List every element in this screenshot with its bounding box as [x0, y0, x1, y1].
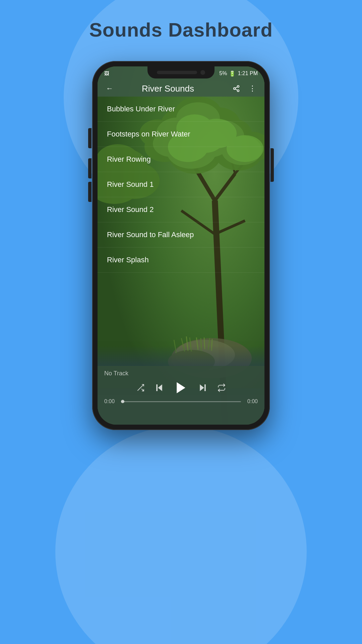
- bg-circle-bottom: [55, 426, 307, 644]
- svg-point-52: [237, 86, 239, 88]
- track-item-2[interactable]: Footsteps on River Water: [98, 122, 264, 147]
- svg-marker-59: [158, 384, 162, 391]
- page-title: Sounds Dashboard: [89, 18, 273, 41]
- track-item-6[interactable]: River Sound to Fall Asleep: [98, 222, 264, 248]
- battery-icon: 🔋: [229, 70, 236, 77]
- player-progress: 0:00 0:00: [104, 398, 258, 405]
- shuffle-button[interactable]: [136, 383, 145, 392]
- signal-icon: 🖼: [104, 71, 109, 76]
- track-item-4[interactable]: River Sound 1: [98, 172, 264, 197]
- svg-point-53: [234, 88, 236, 90]
- svg-marker-61: [177, 382, 185, 393]
- app-bar-actions: ⋮: [231, 83, 258, 94]
- player-bar: No Track: [98, 366, 264, 425]
- phone-mockup: 🖼 5% 🔋 1:21 PM ← River Sounds: [92, 61, 270, 430]
- notch-camera: [200, 70, 205, 75]
- share-button[interactable]: [231, 83, 242, 94]
- notch-pill: [157, 71, 197, 74]
- svg-marker-62: [200, 384, 204, 391]
- svg-rect-60: [156, 384, 158, 391]
- progress-dot: [121, 400, 124, 403]
- time-display: 1:21 PM: [238, 70, 258, 76]
- svg-point-54: [237, 90, 239, 92]
- battery-percent: 5%: [219, 70, 227, 76]
- app-bar-title: River Sounds: [110, 84, 226, 94]
- player-track-name: No Track: [104, 370, 258, 377]
- track-item-5[interactable]: River Sound 2: [98, 197, 264, 222]
- player-controls: [104, 380, 258, 395]
- phone-inner: 🖼 5% 🔋 1:21 PM ← River Sounds: [98, 66, 264, 425]
- next-button[interactable]: [198, 383, 208, 393]
- svg-line-56: [235, 87, 237, 88]
- svg-rect-63: [204, 384, 206, 391]
- more-button[interactable]: ⋮: [247, 83, 258, 94]
- status-left: 🖼: [104, 71, 109, 76]
- svg-line-55: [235, 89, 237, 90]
- phone-outer: 🖼 5% 🔋 1:21 PM ← River Sounds: [92, 61, 270, 430]
- play-button[interactable]: [174, 380, 188, 395]
- track-list: Bubbles Under River Footsteps on River W…: [98, 97, 264, 366]
- progress-bar[interactable]: [121, 401, 241, 402]
- status-right: 5% 🔋 1:21 PM: [219, 70, 258, 77]
- time-current: 0:00: [104, 398, 118, 405]
- time-total: 0:00: [244, 398, 258, 405]
- track-item-1[interactable]: Bubbles Under River: [98, 97, 264, 122]
- track-item-3[interactable]: River Rowing: [98, 147, 264, 172]
- repeat-button[interactable]: [217, 383, 226, 392]
- phone-notch: [147, 66, 215, 78]
- track-item-7[interactable]: River Splash: [98, 248, 264, 273]
- prev-button[interactable]: [154, 383, 164, 393]
